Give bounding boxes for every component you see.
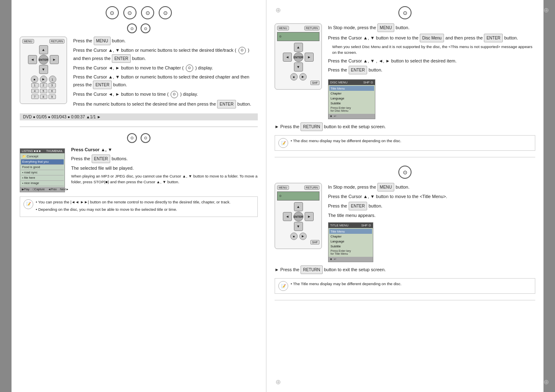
disc-dpad-down[interactable]: ▼ <box>294 62 303 71</box>
time-icon: ⊙ <box>171 91 178 98</box>
file-note-1: The selected file will be played. <box>71 165 258 172</box>
press-cursor-text: Press Cursor ▲, ▼ <box>71 146 258 153</box>
disc-stop-btn[interactable]: ■ <box>290 73 298 81</box>
file-icons-row: ⊙ ⊙ <box>20 133 258 143</box>
disc-screen-mockup: DISC MENU SHP ⊙ Title Menu Chapter Langu… <box>328 79 375 119</box>
left-sidebar <box>0 0 12 392</box>
play-btn[interactable]: ▶ <box>40 76 47 83</box>
file-item-1: Everything that you <box>21 159 64 165</box>
dpad-up-btn[interactable]: ▲ <box>39 45 48 54</box>
disc-instr-1: In Stop mode, press the MENU button. <box>328 23 535 32</box>
caution-line-1: • You can press the |◄◄ ►►| button on th… <box>36 199 231 205</box>
disc-item-1: Title Menu <box>329 86 374 91</box>
disc-enter-btn-ref: ENTER <box>349 66 368 74</box>
disc-screen-label: Press Enter keyfor Disc Menu <box>329 106 374 113</box>
title-return-btn[interactable]: RETURN <box>304 185 319 190</box>
disc-menu-content: MENU RETURN ⊙ ▲ ▼ ◄ ► ENTER <box>275 23 535 119</box>
title-bottom-btns: ■ ▶ <box>277 233 319 240</box>
title-dpad-left[interactable]: ◄ <box>283 212 292 221</box>
num1[interactable]: 1 <box>31 83 39 88</box>
title-menu-btn[interactable]: MENU <box>277 185 289 190</box>
page-container: ⊙ ⊙ ⊙ ⊙ ⊙ ⊙ MENU RETURN ▲ <box>0 0 555 392</box>
disc-dpad-up[interactable]: ▲ <box>294 43 303 52</box>
disc-dpad-right[interactable]: ► <box>305 53 314 62</box>
disc-instr-2: Press the Cursor ▲, ▼ button to move to … <box>328 34 535 42</box>
disc-right-content: In Stop mode, press the MENU button. Pre… <box>328 23 535 74</box>
return-btn[interactable]: RETURN <box>49 39 65 44</box>
num-row1: 1 2 3 <box>22 83 65 88</box>
file-item-3: • road sync <box>21 170 64 175</box>
title-play-btn[interactable]: ▶ <box>299 233 307 240</box>
dpad-right-btn[interactable]: ► <box>50 55 59 64</box>
num6[interactable]: 6 <box>49 89 56 93</box>
num2[interactable]: 2 <box>40 83 47 88</box>
disc-dpad-left[interactable]: ◄ <box>283 53 292 62</box>
disc-return-btn[interactable]: RETURN <box>304 26 319 30</box>
disc-foot-2: ↩ <box>334 115 336 118</box>
num8[interactable]: 8 <box>40 95 47 99</box>
num5[interactable]: 5 <box>40 89 47 93</box>
instr-2: Press the Cursor ▲, ▼ button or numeric … <box>73 47 258 63</box>
num9[interactable]: 9 <box>49 95 56 99</box>
bottom-btns: ■ ▶ 1 <box>22 76 65 83</box>
cursor-arrows: ▲, ▼ <box>101 147 112 152</box>
title-screen-body: Title Menu Chapter Language Subtitle Pre… <box>328 228 373 257</box>
center-content: ⊙ ⊙ ⊙ ⊙ ⊙ ⊙ MENU RETURN ▲ <box>12 0 543 392</box>
num-row2: 4 5 6 <box>22 89 65 93</box>
disc-enter-btn[interactable]: ENTER <box>294 52 303 62</box>
title-caution-text: • The Title menu display may be differen… <box>291 281 402 288</box>
caution-section: 📝 • You can press the |◄◄ ►►| button on … <box>20 196 258 217</box>
disc-play-btn[interactable]: ▶ <box>299 73 307 81</box>
disc-caution: 📝 • The disc menu display may be differe… <box>275 135 535 151</box>
num3[interactable]: 3 <box>49 83 56 88</box>
disc-menu-btn[interactable]: MENU <box>277 26 289 30</box>
disc-note-1: When you select Disc Menu and it is not … <box>332 44 535 56</box>
icon-file2: ⊙ <box>141 133 150 143</box>
disc-item-4: Subtitle <box>329 101 374 106</box>
menu-btn[interactable]: MENU <box>22 39 34 44</box>
title-dpad-down[interactable]: ▼ <box>294 222 303 231</box>
btn-file-1: ENTER <box>92 154 111 163</box>
file-screen-header: LISTING ■ ■ ■ THUMBNAIL <box>20 149 65 153</box>
num1-btn[interactable]: 1 <box>49 76 56 83</box>
title-menu-section: ⊙ MENU RETURN ⊙ ▲ ▼ <box>275 166 535 300</box>
folder-label: 📁 Concept <box>22 154 38 158</box>
title-enter-btn[interactable]: ENTER <box>294 212 303 221</box>
left-section: ⊙ ⊙ ⊙ ⊙ ⊙ ⊙ MENU RETURN ▲ <box>12 0 266 392</box>
title-arrow: ► <box>275 267 280 272</box>
disc-caution-line: • The disc menu display may be different… <box>291 138 401 144</box>
disc-item-3: Language <box>329 96 374 101</box>
title-stop-btn[interactable]: ■ <box>290 233 298 240</box>
dpad-down-btn[interactable]: ▼ <box>39 65 48 74</box>
num7[interactable]: 7 <box>31 95 39 99</box>
title-screen-label: Press Enter keyfor Title Menu <box>329 249 372 256</box>
title-item-3: Language <box>329 239 372 244</box>
menu-return-row: MENU RETURN <box>22 39 65 44</box>
title-exit-btn: RETURN <box>301 265 323 274</box>
title-menu-return-row: MENU RETURN <box>277 185 319 190</box>
num4[interactable]: 4 <box>31 89 39 93</box>
top-icons-row: ⊙ ⊙ ⊙ ⊙ <box>20 6 258 19</box>
title-item-4: Subtitle <box>329 244 372 249</box>
title-caution: 📝 • The Title menu display may be differ… <box>275 278 535 294</box>
divider-1 <box>20 127 258 127</box>
stop-btn[interactable]: ■ <box>31 76 38 83</box>
title-screen-title: TITLE MENU <box>330 224 349 227</box>
enter-btn[interactable]: ENTER <box>39 55 49 65</box>
button-ref-6: ENTER <box>217 100 236 108</box>
file-item-4: • file here <box>21 175 64 181</box>
disc-screen-footer: ■ ↩ <box>328 114 375 119</box>
title-shift-btn[interactable]: SHF <box>310 240 319 244</box>
icon-sub1: ⊙ <box>127 23 137 33</box>
disc-shift-btn[interactable]: SHF <box>310 81 319 85</box>
title-enter-ref: ENTER <box>349 202 368 210</box>
dpad-left-btn[interactable]: ◄ <box>28 55 37 64</box>
title-note-icon: 📝 <box>278 281 288 291</box>
title-dpad-right[interactable]: ► <box>305 212 314 221</box>
disc-menu-icon-row: ⊙ <box>275 6 535 19</box>
num-row3: 7 8 9 <box>22 95 65 99</box>
title-dpad-up[interactable]: ▲ <box>294 202 303 211</box>
disc-menu-return-row: MENU RETURN <box>277 26 319 30</box>
disc-enter-label: ENTER <box>294 56 303 59</box>
status-text: DVD ● 01/05 ● 001/043 ● 0:00:37 ▲1/1 ► <box>23 115 101 119</box>
